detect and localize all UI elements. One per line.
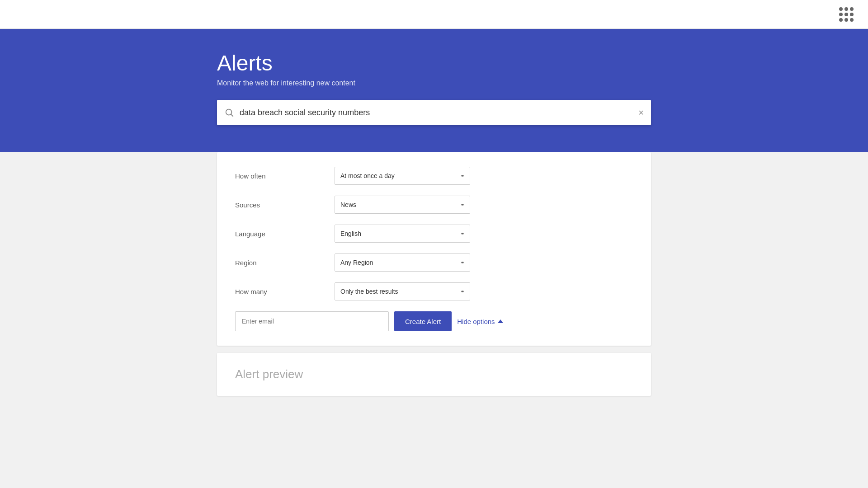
search-box: ×: [217, 100, 651, 125]
options-card: How often As-it-happens At most once a d…: [217, 152, 651, 346]
region-select[interactable]: Any Region United States United Kingdom …: [335, 253, 470, 272]
language-row: Language Any Language English Spanish Fr…: [235, 225, 633, 243]
how-many-label: How many: [235, 288, 335, 296]
how-often-select[interactable]: As-it-happens At most once a day At most…: [335, 167, 470, 185]
region-label: Region: [235, 259, 335, 267]
search-input[interactable]: [240, 108, 638, 117]
action-row: Create Alert Hide options: [235, 311, 633, 331]
create-alert-button[interactable]: Create Alert: [394, 311, 452, 331]
sources-row: Sources Automatic News Blogs Web Video B…: [235, 196, 633, 214]
main-content: How often As-it-happens At most once a d…: [0, 152, 868, 414]
clear-search-button[interactable]: ×: [638, 108, 644, 117]
email-input[interactable]: [235, 311, 389, 331]
page-title: Alerts: [217, 51, 651, 75]
chevron-up-icon: [498, 319, 503, 323]
search-icon: [224, 108, 234, 117]
sources-label: Sources: [235, 201, 335, 209]
sources-select[interactable]: Automatic News Blogs Web Video Books Dis…: [335, 196, 470, 214]
hide-options-button[interactable]: Hide options: [457, 318, 503, 325]
hero-section: Alerts Monitor the web for interesting n…: [0, 29, 868, 152]
how-often-label: How often: [235, 172, 335, 180]
page-subtitle: Monitor the web for interesting new cont…: [217, 79, 651, 87]
language-label: Language: [235, 230, 335, 238]
alert-preview-title: Alert preview: [235, 367, 633, 381]
hide-options-label: Hide options: [457, 318, 495, 325]
topbar: [0, 0, 868, 29]
google-apps-icon[interactable]: [839, 7, 854, 22]
alert-preview-card: Alert preview: [217, 353, 651, 396]
how-many-row: How many Only the best results All resul…: [235, 282, 633, 300]
how-many-select[interactable]: Only the best results All results: [335, 282, 470, 300]
region-row: Region Any Region United States United K…: [235, 253, 633, 272]
svg-line-1: [231, 114, 233, 116]
language-select[interactable]: Any Language English Spanish French Germ…: [335, 225, 470, 243]
how-often-row: How often As-it-happens At most once a d…: [235, 167, 633, 185]
